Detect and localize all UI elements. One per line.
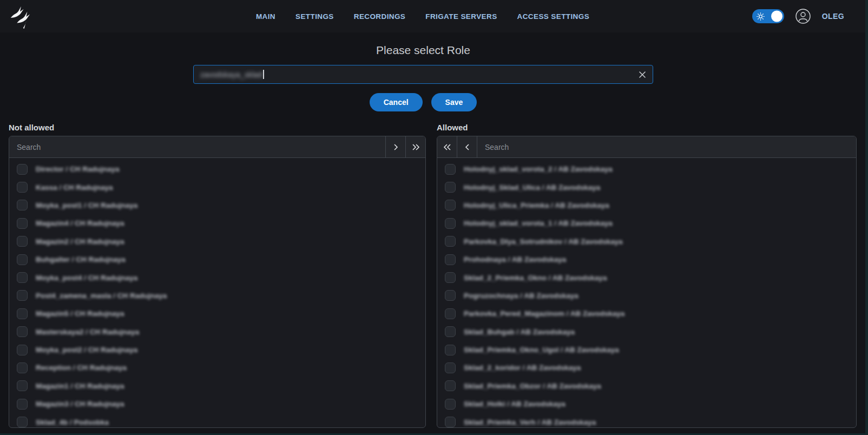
list-item[interactable]: Moyka_post1 / CH Radujnaya	[9, 196, 425, 214]
item-checkbox[interactable]	[445, 236, 456, 247]
list-item[interactable]: Holodnyj_sklad_vorota_1 / AB Zavodskaya	[437, 214, 856, 232]
item-checkbox[interactable]	[17, 290, 28, 301]
item-checkbox[interactable]	[445, 362, 456, 373]
list-item[interactable]: Sklad_Priemka_Verh / AB Zavodskaya	[437, 413, 856, 427]
list-item[interactable]: Holodnyj_Sklad_Ulica / AB Zavodskaya	[437, 178, 856, 196]
item-label: Director / CH Radujnaya	[36, 165, 120, 173]
list-item[interactable]: Moyka_post2 / CH Radujnaya	[9, 341, 425, 359]
item-checkbox[interactable]	[445, 380, 456, 391]
not-allowed-search-input[interactable]	[9, 136, 385, 157]
item-checkbox[interactable]	[445, 308, 456, 319]
item-label: Sklad_Priemka_Okno_Ugol / AB Zavodskaya	[464, 346, 619, 354]
list-item[interactable]: Magazin1 / CH Radujnaya	[9, 377, 425, 395]
list-item[interactable]: Sklad_4b / Podsobka	[9, 413, 425, 427]
close-x-icon[interactable]	[639, 71, 646, 78]
list-item[interactable]: Sklad_Buhgab / AB Zavodskaya	[437, 323, 856, 341]
text-caret	[263, 70, 264, 79]
list-item[interactable]: Pogruzochnaya / AB Zavodskaya	[437, 287, 856, 305]
move-selected-right-button[interactable]	[385, 136, 405, 157]
list-item[interactable]: Parkovka_Pered_Magazinom / AB Zavodskaya	[437, 305, 856, 322]
item-checkbox[interactable]	[17, 399, 28, 410]
page-title: Please select Role	[193, 44, 653, 57]
item-checkbox[interactable]	[445, 200, 456, 210]
item-checkbox[interactable]	[17, 254, 28, 265]
item-label: Moyka_post2 / CH Radujnaya	[36, 346, 137, 354]
list-item[interactable]: Magazin4 / CH Radujnaya	[9, 214, 425, 232]
item-checkbox[interactable]	[445, 182, 456, 193]
item-checkbox[interactable]	[17, 345, 28, 355]
list-item[interactable]: Holodnyj_sklad_vorota_2 / AB Zavodskaya	[437, 160, 856, 178]
list-item[interactable]: Sklad_2_Priemka_Okno / AB Zavodskaya	[437, 268, 856, 286]
list-item[interactable]: Kassa / CH Radujnaya	[9, 178, 425, 196]
item-checkbox[interactable]	[17, 326, 28, 337]
nav-link[interactable]: MAIN	[256, 12, 275, 21]
allowed-search-input[interactable]	[477, 136, 856, 157]
item-checkbox[interactable]	[445, 417, 456, 427]
save-button[interactable]: Save	[431, 93, 477, 111]
item-label: Magazin2 / CH Radujnaya	[36, 238, 124, 246]
nav-link[interactable]: SETTINGS	[295, 12, 334, 21]
list-item[interactable]: Holodnyj_Ulica_Priemka / AB Zavodskaya	[437, 196, 856, 214]
item-label: Magazin1 / CH Radujnaya	[36, 382, 124, 390]
item-checkbox[interactable]	[17, 272, 28, 283]
item-checkbox[interactable]	[17, 380, 28, 391]
item-checkbox[interactable]	[17, 236, 28, 247]
cancel-button[interactable]: Cancel	[370, 93, 423, 111]
item-checkbox[interactable]	[445, 290, 456, 301]
nav-link[interactable]: FRIGATE SERVERS	[425, 12, 497, 21]
allowed-list: Holodnyj_sklad_vorota_2 / AB Zavodskaya …	[437, 158, 856, 427]
list-item[interactable]: Post4_zamena_masla / CH Radujnaya	[9, 287, 425, 305]
move-all-right-button[interactable]	[405, 136, 425, 157]
item-label: Holodnyj_sklad_vorota_1 / AB Zavodskaya	[464, 219, 613, 227]
toggle-knob	[771, 11, 782, 22]
move-selected-left-button[interactable]	[457, 136, 477, 157]
item-checkbox[interactable]	[445, 326, 456, 337]
item-checkbox[interactable]	[17, 308, 28, 319]
item-checkbox[interactable]	[17, 182, 28, 193]
theme-toggle[interactable]	[752, 9, 784, 23]
item-checkbox[interactable]	[17, 362, 28, 373]
list-item[interactable]: Sklad_Holki / AB Zavodskaya	[437, 395, 856, 413]
form-actions: Cancel Save	[193, 93, 653, 111]
list-item[interactable]: Sklad_Priemka_Obzor / AB Zavodskaya	[437, 377, 856, 395]
item-label: Magazin4 / CH Radujnaya	[36, 219, 124, 227]
list-item[interactable]: Magazin3 / CH Radujnaya	[9, 395, 425, 413]
role-input[interactable]: zavodskaya_sklad	[193, 65, 653, 84]
list-item[interactable]: Moyka_post4 / CH Radujnaya	[9, 268, 425, 286]
allowed-column: Allowed	[437, 123, 857, 428]
item-checkbox[interactable]	[445, 272, 456, 283]
nav-link[interactable]: RECORDINGS	[354, 12, 406, 21]
not-allowed-list: Director / CH Radujnaya Kassa / CH Raduj…	[9, 158, 425, 427]
list-item[interactable]: Reception / CH Radujnaya	[9, 359, 425, 377]
item-label: Sklad_2_koridor / AB Zavodskaya	[464, 364, 581, 372]
item-label: Parkovka_Dlya_Sotrudnikov / AB Zavodskay…	[464, 238, 623, 246]
list-item[interactable]: Sklad_2_koridor / AB Zavodskaya	[437, 359, 856, 377]
item-label: Prohodnaya / AB Zavodskaya	[464, 255, 566, 263]
item-checkbox[interactable]	[445, 218, 456, 229]
item-label: Moyka_post4 / CH Radujnaya	[36, 274, 137, 282]
item-checkbox[interactable]	[17, 417, 28, 427]
item-checkbox[interactable]	[17, 200, 28, 210]
list-item[interactable]: Parkovka_Dlya_Sotrudnikov / AB Zavodskay…	[437, 233, 856, 251]
move-all-left-button[interactable]	[437, 136, 457, 157]
item-checkbox[interactable]	[445, 254, 456, 265]
user-circle-icon[interactable]	[795, 9, 811, 24]
item-label: Reception / CH Radujnaya	[36, 364, 127, 372]
list-item[interactable]: Magazin5 / CH Radujnaya	[9, 305, 425, 322]
item-label: Masterskaya2 / CH Radujnaya	[36, 328, 139, 336]
item-checkbox[interactable]	[445, 345, 456, 355]
item-label: Buhgalter / CH Radujnaya	[36, 255, 126, 263]
list-item[interactable]: Prohodnaya / AB Zavodskaya	[437, 251, 856, 268]
list-item[interactable]: Masterskaya2 / CH Radujnaya	[9, 323, 425, 341]
current-user-name[interactable]: OLEG	[822, 12, 844, 21]
list-item[interactable]: Sklad_Priemka_Okno_Ugol / AB Zavodskaya	[437, 341, 856, 359]
item-checkbox[interactable]	[17, 164, 28, 175]
item-checkbox[interactable]	[445, 399, 456, 410]
nav-link[interactable]: ACCESS SETTINGS	[517, 12, 590, 21]
item-checkbox[interactable]	[445, 164, 456, 175]
item-checkbox[interactable]	[17, 218, 28, 229]
list-item[interactable]: Buhgalter / CH Radujnaya	[9, 251, 425, 268]
list-item[interactable]: Director / CH Radujnaya	[9, 160, 425, 178]
list-item[interactable]: Magazin2 / CH Radujnaya	[9, 233, 425, 251]
item-label: Sklad_Priemka_Obzor / AB Zavodskaya	[464, 382, 601, 390]
